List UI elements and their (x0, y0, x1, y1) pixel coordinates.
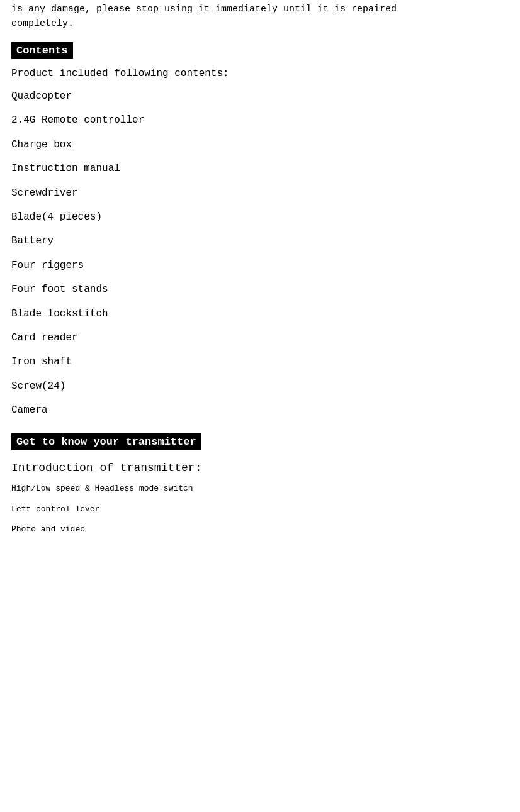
transmitter-heading: Get to know your transmitter (11, 433, 201, 450)
page-content: is any damage, please stop using it imme… (6, 0, 514, 547)
list-item: Camera (11, 403, 509, 417)
contents-intro: Product included following contents: (11, 68, 509, 79)
list-item: Blade(4 pieces) (11, 210, 509, 224)
list-item: Instruction manual (11, 162, 509, 175)
list-item: Iron shaft (11, 355, 509, 369)
list-item: Blade lockstitch (11, 307, 509, 321)
transmitter-list-item: High/Low speed & Headless mode switch (11, 483, 509, 494)
list-item: Quadcopter (11, 89, 509, 103)
top-text-block: is any damage, please stop using it imme… (11, 3, 509, 31)
list-item: Battery (11, 234, 509, 248)
top-line2: completely. (11, 17, 509, 31)
list-item: Four riggers (11, 259, 509, 272)
top-line1: is any damage, please stop using it imme… (11, 3, 509, 17)
list-item: Four foot stands (11, 282, 509, 296)
list-item: Charge box (11, 138, 509, 152)
transmitter-subsection: Introduction of transmitter: (11, 462, 509, 474)
transmitter-list: High/Low speed & Headless mode switchLef… (11, 483, 509, 535)
contents-heading: Contents (11, 42, 73, 59)
list-item: 2.4G Remote controller (11, 113, 509, 127)
list-item: Screw(24) (11, 379, 509, 393)
transmitter-list-item: Photo and video (11, 524, 509, 535)
list-item: Screwdriver (11, 186, 509, 200)
transmitter-list-item: Left control lever (11, 504, 509, 515)
contents-list: Quadcopter2.4G Remote controllerCharge b… (11, 89, 509, 417)
list-item: Card reader (11, 331, 509, 345)
